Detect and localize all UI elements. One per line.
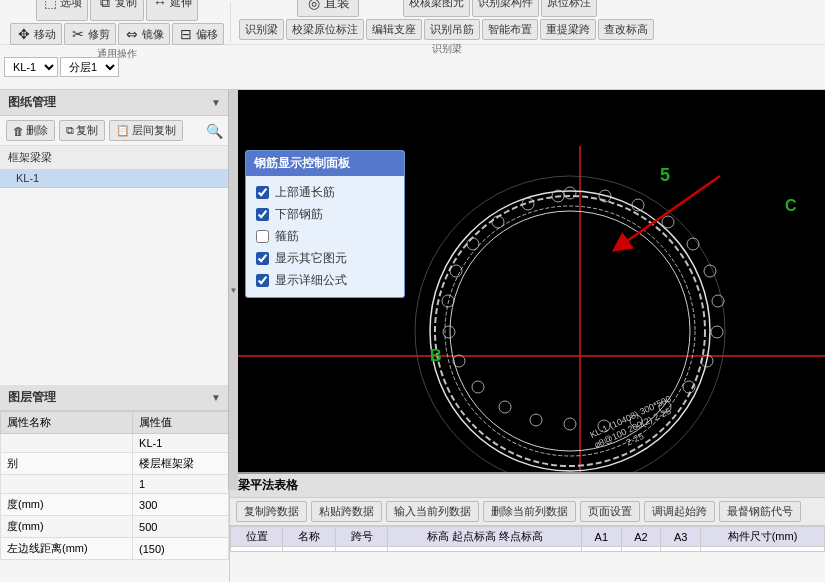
rebar-checkbox-top-rebar[interactable] xyxy=(256,186,269,199)
beam-col-header: A2 xyxy=(621,527,661,547)
draw-circle-icon: ◎ xyxy=(306,0,322,11)
rebar-checkbox-stirrup[interactable] xyxy=(256,230,269,243)
table-row xyxy=(335,547,387,552)
layer-attr-value: 1 xyxy=(133,475,229,494)
move-btn[interactable]: ✥ 移动 xyxy=(10,23,62,45)
rebar-option-other-elements: 显示其它图元 xyxy=(256,250,394,267)
beam-col-header: 构件尺寸(mm) xyxy=(701,527,825,547)
rebar-label-other-elements: 显示其它图元 xyxy=(275,250,347,267)
beam-table-header: 梁平法表格 xyxy=(230,474,825,498)
re-span-btn[interactable]: 重提梁跨 xyxy=(540,19,596,40)
select-icon: ⬚ xyxy=(42,0,58,10)
rebar-option-bottom-rebar: 下部钢筋 xyxy=(256,206,394,223)
layer-attr-name: 度(mm) xyxy=(1,516,133,538)
main-area: 图纸管理 ▼ 🗑 删除 ⧉ 复制 📋 层间复制 🔍 xyxy=(0,90,825,582)
svg-text:5: 5 xyxy=(660,165,670,185)
table-row xyxy=(621,547,661,552)
layer-attr-name xyxy=(1,475,133,494)
edit-support-btn[interactable]: 编辑支座 xyxy=(366,19,422,40)
table-row xyxy=(231,547,283,552)
rebar-checkbox-bottom-rebar[interactable] xyxy=(256,208,269,221)
rebar-label-stirrup: 箍筋 xyxy=(275,228,299,245)
identify-struct-btn[interactable]: 识别梁构件 xyxy=(472,0,539,17)
layer-attr-value: 300 xyxy=(133,494,229,516)
layer-attr-value: KL-1 xyxy=(133,434,229,453)
beam-col-header: 名称 xyxy=(283,527,335,547)
rebar-panel: 钢筋显示控制面板 上部通长筋下部钢筋箍筋显示其它图元显示详细公式 xyxy=(245,150,405,298)
trim-btn[interactable]: ✂ 修剪 xyxy=(64,23,116,45)
copy-icon: ⧉ xyxy=(97,0,113,10)
group-common-ops: ⬚ 选项 ⧉ 复制 ↔ 延伸 ✥ 移动 ✂ 修剪 xyxy=(4,2,231,42)
layer-attr-name: 别 xyxy=(1,453,133,475)
group-modify: ◎ 直装 校核梁图元 识别梁构件 原位标注 识别梁 校 xyxy=(233,2,660,42)
identify-beam-btn[interactable]: 识别梁 xyxy=(239,19,284,40)
paste-span-btn[interactable]: 粘贴跨数据 xyxy=(311,501,382,522)
search-btn[interactable]: 🔍 xyxy=(206,123,223,139)
drawing-mgmt-header: 图纸管理 ▼ xyxy=(0,90,229,116)
input-col-btn[interactable]: 输入当前列数据 xyxy=(386,501,479,522)
stretch-icon: ↔ xyxy=(152,0,168,10)
svg-text:C: C xyxy=(785,197,797,214)
check-beam-img-btn[interactable]: 校核梁图元 xyxy=(403,0,470,17)
stretch-btn[interactable]: ↔ 延伸 xyxy=(146,0,198,21)
layer-attr-name xyxy=(1,434,133,453)
delete-icon: 🗑 xyxy=(13,125,24,137)
layer-mgmt-section: 图层管理 ▼ 属性名称 属性值 KL-1别楼层框架梁1度(mm)300度(mm)… xyxy=(0,385,229,582)
layer-mgmt-collapse[interactable]: ▼ xyxy=(211,392,221,403)
layer-attr-value: 楼层框架梁 xyxy=(133,453,229,475)
drawing-mgmt-toolbar: 🗑 删除 ⧉ 复制 📋 层间复制 🔍 xyxy=(0,116,229,146)
mirror-btn[interactable]: ⇔ 镜像 xyxy=(118,23,170,45)
copy-span-btn[interactable]: 复制跨数据 xyxy=(236,501,307,522)
check-height-btn[interactable]: 查改标高 xyxy=(598,19,654,40)
rebar-checkbox-other-elements[interactable] xyxy=(256,252,269,265)
toolbar-row2: KL-1 分层1 xyxy=(0,45,825,89)
rebar-label-bottom-rebar: 下部钢筋 xyxy=(275,206,323,223)
adjust-start-btn[interactable]: 调调起始跨 xyxy=(644,501,715,522)
identify-hanger-btn[interactable]: 识别吊筋 xyxy=(424,19,480,40)
beam-col-header: A1 xyxy=(582,527,622,547)
rebar-checkbox-detail-formula[interactable] xyxy=(256,274,269,287)
beam-col-header: A3 xyxy=(661,527,701,547)
draw-btn[interactable]: ◎ 直装 xyxy=(297,0,359,17)
top-rebar-code-btn[interactable]: 最督钢筋代号 xyxy=(719,501,801,522)
page-settings-btn[interactable]: 页面设置 xyxy=(580,501,640,522)
rebar-option-top-rebar: 上部通长筋 xyxy=(256,184,394,201)
trim-icon: ✂ xyxy=(70,26,86,42)
check-origin-std-btn[interactable]: 校梁原位标注 xyxy=(286,19,364,40)
layer-attr-name: 左边线距离(mm) xyxy=(1,538,133,560)
layer-combo[interactable]: 分层1 xyxy=(60,57,119,77)
beam-col-header: 标高 起点标高 终点标高 xyxy=(388,527,582,547)
offset-icon: ⊟ xyxy=(178,26,194,42)
left-panel: 图纸管理 ▼ 🗑 删除 ⧉ 复制 📋 层间复制 🔍 xyxy=(0,90,230,582)
delete-col-btn[interactable]: 删除当前列数据 xyxy=(483,501,576,522)
drawing-mgmt-collapse[interactable]: ▼ xyxy=(211,97,221,108)
panel-scroll[interactable]: ▼ xyxy=(228,90,238,490)
beam-combo[interactable]: KL-1 xyxy=(4,57,58,77)
panel-copy-icon: ⧉ xyxy=(66,124,74,137)
frame-section-label: 框架梁梁 xyxy=(0,146,229,169)
layer-table: 属性名称 属性值 KL-1别楼层框架梁1度(mm)300度(mm)500左边线距… xyxy=(0,411,229,560)
beam-table-body: 位置名称跨号标高 起点标高 终点标高A1A2A3构件尺寸(mm) xyxy=(230,526,825,582)
offset-btn[interactable]: ⊟ 偏移 xyxy=(172,23,224,45)
move-icon: ✥ xyxy=(16,26,32,42)
select-btn[interactable]: ⬚ 选项 xyxy=(36,0,88,21)
frame-item-kl1[interactable]: KL-1 xyxy=(0,169,229,187)
layer-copy-btn[interactable]: 📋 层间复制 xyxy=(109,120,183,141)
table-row xyxy=(582,547,622,552)
copy-btn[interactable]: ⧉ 复制 xyxy=(90,0,144,21)
beam-col-header: 跨号 xyxy=(335,527,387,547)
rebar-panel-body: 上部通长筋下部钢筋箍筋显示其它图元显示详细公式 xyxy=(246,176,404,297)
beam-col-header: 位置 xyxy=(231,527,283,547)
toolbar-area: ⬚ 选项 ⧉ 复制 ↔ 延伸 ✥ 移动 ✂ 修剪 xyxy=(0,0,825,90)
delete-btn[interactable]: 🗑 删除 xyxy=(6,120,55,141)
layer-mgmt-header: 图层管理 ▼ xyxy=(0,385,229,411)
toolbar-row1: ⬚ 选项 ⧉ 复制 ↔ 延伸 ✥ 移动 ✂ 修剪 xyxy=(0,0,825,45)
table-row xyxy=(388,547,582,552)
origin-label-btn[interactable]: 原位标注 xyxy=(541,0,597,17)
canvas-area[interactable]: 5 C B KL-1 (10408) 300*500 ⌀8@100 200(2)… xyxy=(230,90,825,582)
beam-table-panel: 梁平法表格 复制跨数据粘贴跨数据输入当前列数据删除当前列数据页面设置调调起始跨最… xyxy=(230,472,825,582)
layer-col-value: 属性值 xyxy=(133,412,229,434)
layer-attr-name: 度(mm) xyxy=(1,494,133,516)
smart-arrange-btn[interactable]: 智能布置 xyxy=(482,19,538,40)
panel-copy-btn[interactable]: ⧉ 复制 xyxy=(59,120,105,141)
